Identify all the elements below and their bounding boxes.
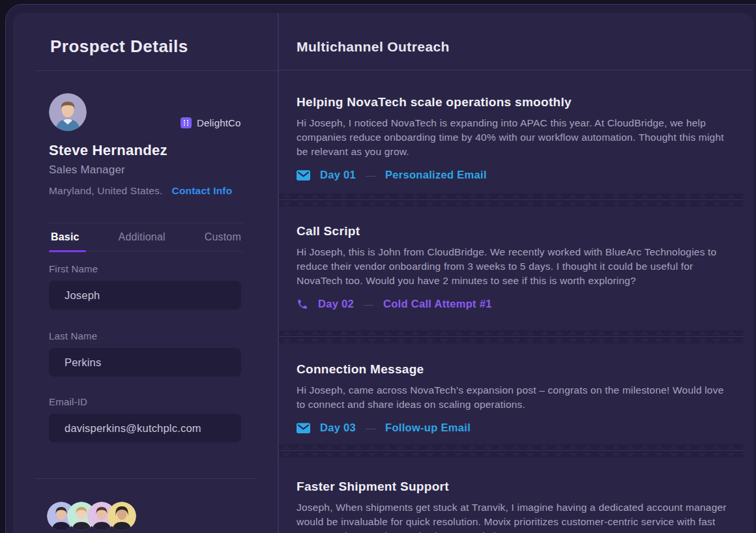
email-id-label: Email-ID xyxy=(49,396,87,407)
card-title: Connection Message xyxy=(297,343,734,377)
prospect-location: Maryland, United States. xyxy=(49,185,163,197)
active-tab-underline xyxy=(49,250,86,252)
tab-custom-label: Custom xyxy=(205,231,241,243)
building-icon xyxy=(181,117,192,128)
card-footer: Day 01 — Personalized Email xyxy=(297,169,734,181)
tab-additional[interactable]: Additional xyxy=(119,223,166,251)
card-day[interactable]: Day 03 xyxy=(320,422,356,434)
card-footer: Day 02 — Cold Call Attempt #1 xyxy=(297,298,734,310)
tab-custom[interactable]: Custom xyxy=(205,223,241,251)
prospect-avatar xyxy=(49,93,87,131)
team-avatar[interactable] xyxy=(108,502,136,530)
contact-info-link[interactable]: Contact Info xyxy=(172,185,233,197)
phone-icon xyxy=(297,298,308,310)
last-name-label: Last Name xyxy=(49,330,97,341)
prospect-role: Sales Manager xyxy=(49,164,125,177)
outreach-card-day-01: Helping NovaTech scale operations smooth… xyxy=(279,70,753,194)
card-body: Joseph, When shipments get stuck at Tran… xyxy=(297,500,734,533)
card-channel-link[interactable]: Follow-up Email xyxy=(385,422,471,434)
first-name-label: First Name xyxy=(49,263,98,274)
dash-separator: — xyxy=(366,422,375,433)
card-edge-divider xyxy=(279,444,745,457)
prospect-details-panel: Prospect Details xyxy=(13,13,278,533)
card-body: Hi Joseph, I noticed NovaTech is expandi… xyxy=(297,116,734,159)
outreach-card-day-04: Faster Shipment Support Joseph, When shi… xyxy=(279,457,753,533)
card-body: Hi Joseph, this is John from CloudBridge… xyxy=(297,245,734,288)
prospect-name: Steve Hernandez xyxy=(49,142,167,159)
card-day[interactable]: Day 02 xyxy=(318,298,354,310)
envelope-icon xyxy=(297,423,310,433)
envelope-icon xyxy=(297,170,310,180)
card-body: Hi Joseph, came across NovaTech’s expans… xyxy=(297,383,734,412)
dash-separator: — xyxy=(366,169,375,180)
prospect-details-title: Prospect Details xyxy=(50,36,188,57)
card-footer: Day 03 — Follow-up Email xyxy=(297,422,734,434)
card-day[interactable]: Day 01 xyxy=(320,169,356,181)
tab-additional-label: Additional xyxy=(119,231,166,243)
email-id-input[interactable] xyxy=(49,414,241,442)
outreach-card-day-02: Call Script Hi Joseph, this is John from… xyxy=(279,207,753,330)
company-badge-label: DelightCo xyxy=(197,117,241,128)
card-edge-divider xyxy=(279,194,745,207)
card-edge-divider xyxy=(279,330,745,343)
outreach-header: Multichannel Outreach xyxy=(279,13,753,70)
location-row: Maryland, United States. Contact Info xyxy=(49,185,232,197)
tab-basic-label: Basic xyxy=(51,231,80,243)
dash-separator: — xyxy=(364,298,373,310)
header-divider xyxy=(36,70,278,71)
profile-tabs: Basic Additional Custom xyxy=(49,223,243,252)
card-title: Call Script xyxy=(297,207,734,238)
team-avatars xyxy=(47,502,136,530)
outreach-card-day-03: Connection Message Hi Joseph, came acros… xyxy=(279,343,753,444)
multichannel-outreach-panel: Multichannel Outreach Helping NovaTech s… xyxy=(279,13,753,533)
company-badge: DelightCo xyxy=(181,117,241,128)
outreach-title: Multichannel Outreach xyxy=(297,39,450,55)
card-title: Helping NovaTech scale operations smooth… xyxy=(297,70,734,109)
card-channel-link[interactable]: Cold Call Attempt #1 xyxy=(383,298,492,310)
card-title: Faster Shipment Support xyxy=(297,457,734,494)
first-name-input[interactable] xyxy=(49,281,241,310)
last-name-input[interactable] xyxy=(49,348,241,377)
card-channel-link[interactable]: Personalized Email xyxy=(385,169,487,181)
app-window: Prospect Details xyxy=(5,4,756,533)
section-divider xyxy=(36,478,256,479)
app-root: Prospect Details xyxy=(0,0,756,533)
panels-container: Prospect Details xyxy=(13,13,753,533)
tab-basic[interactable]: Basic xyxy=(51,223,80,251)
